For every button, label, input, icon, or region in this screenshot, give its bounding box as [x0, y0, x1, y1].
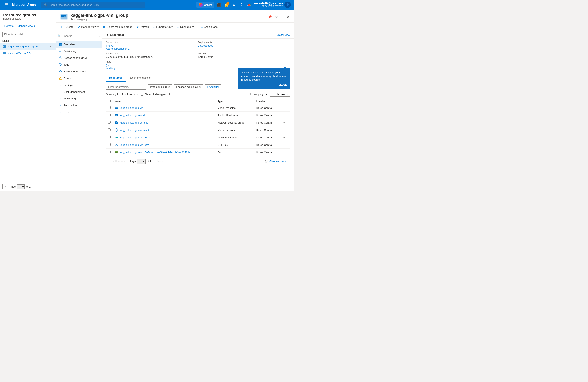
nav-item-automation[interactable]: › Automation — [56, 102, 102, 109]
tags-edit-link[interactable]: (edit) — [106, 64, 111, 67]
assign-tags-toolbar-button[interactable]: 🏷 Assign tags — [199, 24, 219, 29]
manage-view-toolbar-button[interactable]: ⚙ Manage view ▾ — [76, 24, 100, 29]
user-avatar[interactable]: 👤 — [284, 1, 291, 8]
filter-type-remove-button[interactable]: ✕ — [168, 86, 170, 88]
deployments-value-link[interactable]: 1 Succeeded — [198, 44, 213, 47]
sidebar-prev-page-button[interactable]: ‹ — [2, 184, 8, 190]
sidebar-rg1-more-button[interactable]: ··· — [49, 44, 53, 49]
prev-page-button[interactable]: < Previous — [110, 159, 128, 164]
key-name-link[interactable]: kaggle-linux-gpu-vm_key — [120, 143, 149, 146]
nav-collapse-button[interactable]: « — [99, 34, 100, 38]
type-sort-icon[interactable]: ↑↓ — [224, 100, 226, 102]
essentials-subscription-id: Subscription ID 752f0d9c-44f6-45d8-8a73-… — [106, 52, 198, 58]
nav-item-monitoring[interactable]: › Monitoring — [56, 95, 102, 102]
nav-item-activity-log[interactable]: Activity log — [56, 48, 102, 54]
sidebar-filter-input[interactable] — [2, 32, 53, 37]
give-feedback-button[interactable]: 💬 Give feedback — [265, 160, 286, 163]
tooltip-close-button[interactable]: CLOSE — [279, 83, 287, 86]
row-disk-checkbox[interactable] — [108, 151, 111, 153]
select-all-checkbox[interactable] — [108, 100, 111, 102]
show-hidden-info-icon[interactable]: ℹ — [169, 93, 170, 96]
location-sort-icon[interactable]: ↑↓ — [268, 100, 270, 102]
open-query-toolbar-button[interactable]: ⬡ Open query — [175, 24, 195, 29]
row-key-checkbox[interactable] — [108, 143, 111, 146]
sidebar-manage-view-button[interactable]: Manage view ▾ — [16, 24, 36, 28]
row-key-checkbox-cell — [106, 141, 113, 149]
row-nic-more-button[interactable]: ··· — [282, 135, 286, 140]
sidebar-create-button[interactable]: + Create — [2, 24, 15, 28]
vnet-name-link[interactable]: kaggle-linux-gpu-vm-vnet — [120, 129, 149, 132]
nav-item-events[interactable]: Events — [56, 75, 102, 81]
feedback-nav-button[interactable]: 📣 — [246, 1, 252, 8]
nsg-name-link[interactable]: kaggle-linux-gpu-vm-nsg — [120, 121, 148, 124]
tab-recommendations[interactable]: Recommendations — [126, 74, 154, 81]
view-toggle-button[interactable]: ≡≡ List view ▾ — [270, 92, 290, 97]
sidebar-next-page-button[interactable]: › — [32, 184, 38, 190]
nav-item-tags[interactable]: Tags — [56, 61, 102, 68]
sidebar-more-button[interactable]: ··· — [38, 24, 42, 28]
show-hidden-types-label[interactable]: Show hidden types — [141, 93, 167, 96]
row-ip-checkbox[interactable] — [108, 114, 111, 116]
refresh-toolbar-button[interactable]: ↻ Refresh — [135, 24, 151, 29]
page-number-select[interactable]: 1 — [137, 159, 146, 164]
nav-item-cost[interactable]: › Cost Management — [56, 88, 102, 95]
row-vm-checkbox[interactable] — [108, 106, 111, 109]
sidebar-item-rg2[interactable]: NetworkWatcherRG ··· — [0, 50, 56, 57]
subscription-link[interactable]: Azure subscription 1 — [106, 47, 130, 50]
row-vm-more-button[interactable]: ··· — [282, 106, 286, 110]
ip-name-link[interactable]: kaggle-linux-gpu-vm-ip — [120, 114, 146, 117]
sidebar-rg2-more-button[interactable]: ··· — [49, 51, 53, 55]
row-vnet-more-button[interactable]: ··· — [282, 128, 286, 132]
cloud-shell-button[interactable]: ⬛ — [216, 1, 222, 8]
essentials-tags: Tags (edit) Add tags — [106, 60, 198, 70]
menu-button[interactable]: ☰ — [3, 1, 10, 8]
create-toolbar-button[interactable]: + + Create — [59, 24, 75, 29]
pin-button[interactable]: 📌 — [267, 14, 273, 19]
copilot-button[interactable]: Copilot — [196, 2, 214, 8]
nav-item-iam[interactable]: Access control (IAM) — [56, 54, 102, 61]
resources-filter-input[interactable] — [106, 84, 146, 90]
json-view-link[interactable]: JSON View — [277, 33, 290, 36]
nic-name-link[interactable]: kaggle-linux-gpu-vm738_z1 — [120, 136, 152, 139]
row-vnet-checkbox[interactable] — [108, 129, 111, 131]
next-page-button[interactable]: Next > — [153, 159, 167, 164]
more-actions-button[interactable]: ··· — [280, 14, 284, 19]
add-filter-button[interactable]: + Add filter — [205, 84, 221, 89]
nav-search-input[interactable] — [63, 34, 97, 38]
row-disk-more-button[interactable]: ··· — [282, 150, 286, 154]
favorite-button[interactable]: ☆ — [274, 14, 278, 19]
nav-item-overview[interactable]: Overview — [56, 41, 102, 48]
sidebar-item-rg1[interactable]: kaggle-linux-gpu-vm_group ··· — [0, 43, 56, 50]
tags-add-link[interactable]: Add tags — [106, 67, 116, 70]
show-hidden-types-checkbox[interactable] — [141, 93, 143, 96]
subscription-move-link[interactable]: (move) — [106, 44, 114, 47]
row-key-more: ··· — [280, 141, 290, 149]
user-info-area: seohee70428@gmail.com DEFAULT DIRECTORY … — [253, 1, 291, 8]
tab-resources[interactable]: Resources — [106, 74, 126, 81]
nav-item-settings[interactable]: › Settings — [56, 81, 102, 88]
export-toolbar-button[interactable]: ⬇ Export to CSV — [151, 24, 174, 29]
filter-tag-type: Type equals all ✕ — [147, 84, 172, 89]
global-search-bar[interactable]: 🔍 Search resources, services, and docs (… — [41, 1, 145, 8]
rg-toolbar: + + Create ⚙ Manage view ▾ 🗑 Delete reso… — [56, 22, 294, 31]
row-nsg-more-button[interactable]: ··· — [282, 120, 286, 125]
filter-location-remove-button[interactable]: ✕ — [199, 86, 201, 88]
grouping-select[interactable]: No grouping By type By location — [246, 92, 268, 97]
close-panel-button[interactable]: ✕ — [286, 14, 290, 19]
name-sort-icon[interactable]: ↑↓ — [122, 100, 125, 102]
delete-icon: 🗑 — [103, 25, 105, 28]
disk-name-link[interactable]: kaggle-linux-gpu-vm_OsDisk_1_ea5fea6db9e… — [120, 151, 193, 154]
svg-point-21 — [60, 70, 61, 71]
help-button[interactable]: ? — [238, 1, 245, 8]
nav-item-visualizer[interactable]: Resource visualizer — [56, 68, 102, 75]
vm-name-link[interactable]: kaggle-linux-gpu-vm — [120, 107, 143, 110]
row-ip-more-button[interactable]: ··· — [282, 113, 286, 117]
row-nsg-checkbox[interactable] — [108, 121, 111, 124]
nav-item-help[interactable]: › Help — [56, 109, 102, 115]
row-nic-checkbox[interactable] — [108, 136, 111, 138]
toolbar-separator — [197, 24, 197, 29]
delete-toolbar-button[interactable]: 🗑 Delete resource group — [101, 24, 134, 29]
sidebar-page-select[interactable]: 1 — [17, 184, 25, 189]
settings-button[interactable]: ⚙ — [231, 1, 237, 8]
row-key-more-button[interactable]: ··· — [282, 143, 286, 147]
